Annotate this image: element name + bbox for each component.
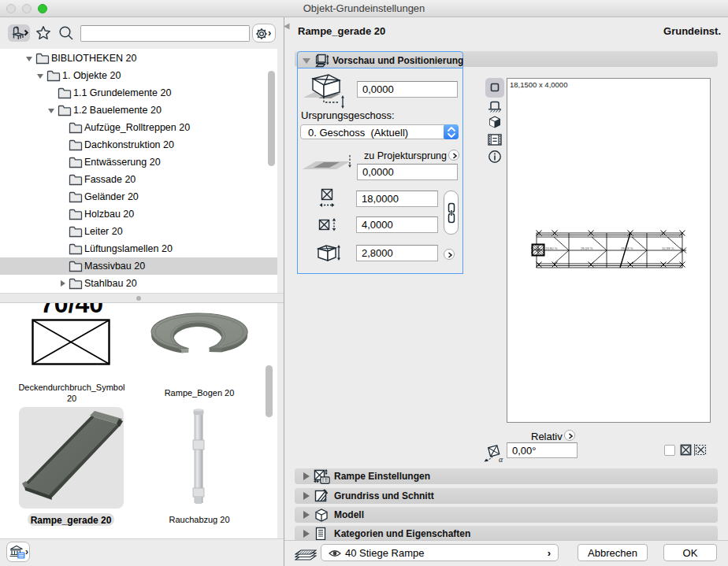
svg-text:28,08 %: 28,08 % (621, 246, 633, 250)
svg-text:10,98 %: 10,98 % (662, 246, 674, 250)
svg-text:13,80 %: 13,80 % (545, 246, 558, 250)
svg-text:28,09 %: 28,09 % (581, 246, 593, 250)
svg-text:α: α (499, 455, 503, 463)
